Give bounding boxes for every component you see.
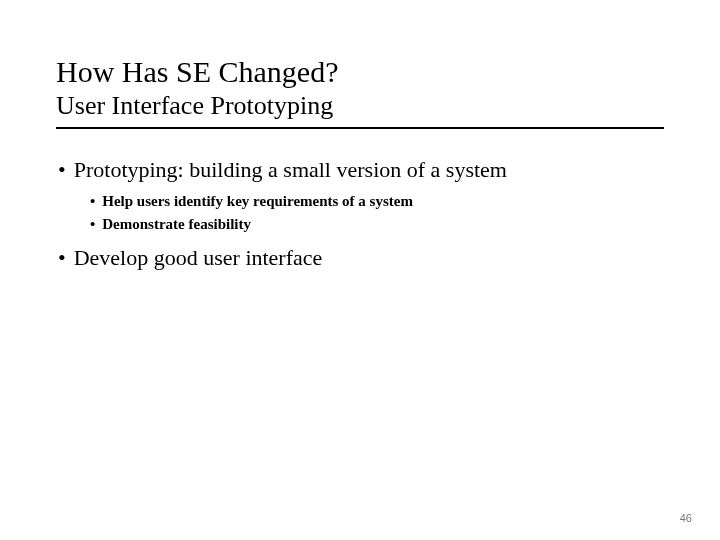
bullet-list-level1: Develop good user interface <box>58 243 664 273</box>
list-item: Demonstrate feasibility <box>90 213 664 236</box>
bullet-text: Help users identify key requirements of … <box>102 190 413 213</box>
bullet-text: Demonstrate feasibility <box>102 213 251 236</box>
bullet-text: Prototyping: building a small version of… <box>74 155 507 185</box>
slide-content: How Has SE Changed? User Interface Proto… <box>0 0 720 273</box>
page-number: 46 <box>680 512 692 524</box>
bullet-text: Develop good user interface <box>74 243 323 273</box>
list-item: Help users identify key requirements of … <box>90 190 664 213</box>
list-item: Prototyping: building a small version of… <box>58 155 664 185</box>
slide-subtitle: User Interface Prototyping <box>56 90 664 125</box>
bullet-list-level2: Help users identify key requirements of … <box>90 190 664 235</box>
title-underline <box>56 127 664 129</box>
slide-title: How Has SE Changed? <box>56 54 664 90</box>
list-item: Develop good user interface <box>58 243 664 273</box>
bullet-list-level1: Prototyping: building a small version of… <box>58 155 664 185</box>
